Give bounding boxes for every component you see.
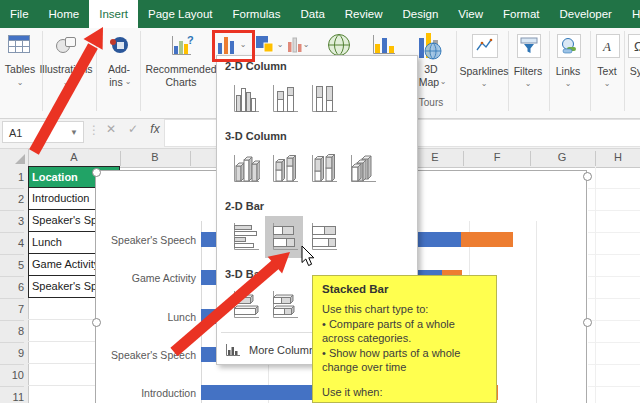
text-button[interactable]: Text bbox=[597, 65, 616, 77]
row-header-7[interactable]: 7 bbox=[0, 298, 24, 321]
add-ins-button-line2[interactable]: ins bbox=[109, 76, 122, 88]
filters-button[interactable]: Filters bbox=[514, 65, 543, 77]
bar-segment-orange bbox=[461, 232, 513, 247]
row-header-3[interactable]: 3 bbox=[0, 210, 24, 233]
chart-handle[interactable] bbox=[583, 318, 592, 327]
tables-icon[interactable] bbox=[8, 35, 30, 54]
links-icon[interactable] bbox=[557, 34, 581, 58]
chart-type-col-100[interactable] bbox=[304, 78, 342, 120]
chart-type-col-stacked[interactable] bbox=[265, 78, 303, 120]
name-box[interactable]: A1▼ bbox=[2, 121, 84, 143]
symbols-button[interactable]: Sy bbox=[630, 65, 640, 77]
header-tick bbox=[530, 151, 531, 166]
illustrations-icon[interactable] bbox=[55, 35, 77, 55]
chart-type-bar3d-clustered[interactable] bbox=[226, 284, 264, 326]
chart-handle[interactable] bbox=[92, 168, 101, 177]
recommended-charts-icon[interactable]: ? bbox=[170, 35, 194, 57]
tables-button[interactable]: Tables bbox=[5, 63, 35, 75]
menu-tab-formulas[interactable]: Formulas bbox=[223, 0, 291, 28]
chart-type-col-clustered[interactable] bbox=[226, 78, 264, 120]
column-header-B[interactable]: B bbox=[151, 151, 158, 163]
maps-icon[interactable] bbox=[326, 33, 352, 57]
chart-category-label: Introduction bbox=[98, 387, 196, 399]
row-header-2[interactable]: 2 bbox=[0, 188, 24, 211]
chart-type-col3d-clustered[interactable] bbox=[226, 148, 264, 190]
dropdown-section-title: 3-D Bar bbox=[225, 268, 264, 280]
3d-map-button[interactable]: 3D bbox=[424, 63, 437, 75]
add-ins-icon[interactable] bbox=[108, 34, 130, 55]
add-ins-button[interactable]: Add- bbox=[108, 63, 130, 75]
group-divider bbox=[549, 31, 550, 111]
menu-tab-home[interactable]: Home bbox=[39, 0, 90, 28]
group-divider bbox=[140, 31, 141, 111]
menu-tab-file[interactable]: File bbox=[0, 0, 39, 28]
row-header-1[interactable]: 1 bbox=[0, 166, 24, 189]
filters-icon[interactable] bbox=[517, 34, 541, 58]
row-header-5[interactable]: 5 bbox=[0, 254, 24, 277]
menu-tab-help[interactable]: Help bbox=[622, 0, 640, 28]
chart-type-col3d-stacked[interactable] bbox=[265, 148, 303, 190]
chevron-down-icon: ⌄ bbox=[440, 77, 447, 86]
gridline bbox=[595, 166, 596, 403]
chart-category-label: Lunch bbox=[98, 311, 196, 323]
name-box-dropdown-icon[interactable]: ▼ bbox=[70, 122, 78, 144]
row-header-8[interactable]: 8 bbox=[0, 320, 24, 343]
chart-handle[interactable] bbox=[92, 318, 101, 327]
chart-type-bar-100[interactable] bbox=[304, 216, 342, 258]
chevron-down-icon: ⌄ bbox=[525, 79, 532, 88]
chart-handle[interactable] bbox=[583, 172, 592, 181]
menu-tab-insert[interactable]: Insert bbox=[89, 0, 138, 28]
recommended-charts-button[interactable]: Recommended bbox=[145, 63, 216, 75]
chart-type-col3d-3d[interactable] bbox=[343, 148, 381, 190]
illustrations-button[interactable]: Illustrations bbox=[39, 63, 92, 75]
gridline bbox=[28, 363, 95, 364]
more-charts-icon bbox=[225, 343, 241, 357]
menu-tab-data[interactable]: Data bbox=[291, 0, 335, 28]
column-header-A[interactable]: A bbox=[70, 151, 77, 163]
row-header-6[interactable]: 6 bbox=[0, 276, 24, 299]
menu-tab-view[interactable]: View bbox=[448, 0, 493, 28]
tooltip-title: Stacked Bar bbox=[322, 283, 487, 295]
row-header-9[interactable]: 9 bbox=[0, 342, 24, 365]
dropdown-section-title: 2-D Bar bbox=[225, 200, 264, 212]
column-header-G[interactable]: G bbox=[558, 151, 567, 163]
3d-map-button-line2[interactable]: Map bbox=[419, 76, 439, 88]
pivotchart-icon[interactable] bbox=[371, 34, 397, 56]
chart-gridline bbox=[536, 221, 537, 403]
chevron-down-icon[interactable]: ⌄ bbox=[277, 40, 284, 49]
insert-statistic-chart-icon[interactable] bbox=[287, 36, 303, 54]
insert-hierarchy-chart-icon[interactable] bbox=[255, 34, 275, 56]
select-all-corner[interactable] bbox=[0, 149, 29, 167]
row-header-4[interactable]: 4 bbox=[0, 232, 24, 255]
row-header-10[interactable]: 10 bbox=[0, 364, 24, 387]
sparklines-button[interactable]: Sparklines bbox=[459, 65, 508, 77]
chevron-down-icon[interactable]: ⌄ bbox=[303, 40, 310, 49]
recommended-charts-button-line2[interactable]: Charts bbox=[166, 76, 197, 88]
links-button[interactable]: Links bbox=[556, 65, 581, 77]
chart-type-bar3d-stacked[interactable] bbox=[265, 284, 303, 326]
menu-tab-review[interactable]: Review bbox=[335, 0, 393, 28]
enter-icon[interactable]: ✓ bbox=[124, 122, 142, 136]
chart-category-label: Speaker's Speech bbox=[98, 234, 196, 246]
insert-function-icon[interactable]: fx bbox=[146, 122, 164, 136]
menu-tab-design[interactable]: Design bbox=[393, 0, 449, 28]
column-header-E[interactable]: E bbox=[431, 151, 438, 163]
menu-tab-format[interactable]: Format bbox=[493, 0, 549, 28]
menu-tab-page-layout[interactable]: Page Layout bbox=[138, 0, 223, 28]
row-header-11[interactable]: 11 bbox=[0, 386, 24, 403]
text-icon[interactable]: A bbox=[596, 34, 620, 58]
symbols-icon[interactable]: Ω bbox=[628, 34, 640, 58]
column-header-H[interactable]: H bbox=[614, 151, 622, 163]
column-header-F[interactable]: F bbox=[494, 151, 501, 163]
chart-type-bar-clustered[interactable] bbox=[226, 216, 264, 258]
menu-tab-developer[interactable]: Developer bbox=[549, 0, 621, 28]
tooltip-line bbox=[322, 375, 487, 385]
chart-type-col3d-100[interactable] bbox=[304, 148, 342, 190]
group-divider bbox=[96, 31, 97, 111]
col3d-100-icon bbox=[308, 153, 338, 185]
3d-map-icon[interactable] bbox=[417, 31, 443, 61]
header-tick bbox=[120, 151, 121, 166]
chart-type-bar-stacked[interactable] bbox=[265, 216, 303, 258]
cancel-icon[interactable]: ✕ bbox=[102, 122, 120, 136]
sparklines-icon[interactable] bbox=[472, 34, 498, 58]
